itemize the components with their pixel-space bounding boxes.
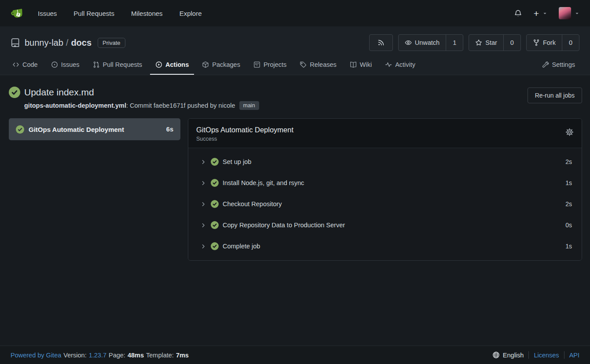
step-row[interactable]: Complete job 1s	[188, 236, 582, 257]
tab-packages[interactable]: Packages	[197, 55, 246, 75]
step-row[interactable]: Checkout Repository 2s	[188, 193, 582, 215]
run-header: Update index.md gitops-automatic-deploym…	[9, 87, 582, 110]
footer-separator	[564, 351, 564, 359]
step-row[interactable]: Install Node.js, git, and rsync 1s	[188, 172, 582, 193]
chevron-right-icon[interactable]	[201, 159, 206, 165]
gear-icon[interactable]	[565, 128, 574, 136]
run-title: Update index.md	[24, 87, 94, 98]
breadcrumb-separator: /	[66, 38, 69, 47]
tab-code[interactable]: Code	[7, 55, 43, 75]
repo-tabs: Code Issues Pull Requests	[0, 55, 590, 75]
tab-projects[interactable]: Projects	[248, 55, 292, 75]
tab-settings[interactable]: Settings	[537, 55, 580, 75]
git-pull-request-icon	[93, 61, 100, 68]
gitea-logo-icon[interactable]	[11, 6, 26, 20]
job-panel-header: GitOps Automatic Deployment Success	[188, 119, 582, 148]
chevron-right-icon[interactable]	[201, 222, 206, 228]
tab-actions[interactable]: Actions	[150, 55, 194, 75]
tag-icon	[300, 61, 307, 68]
gitea-app: Issues Pull Requests Milestones Explore …	[0, 0, 590, 364]
package-icon	[202, 61, 209, 68]
create-new-button[interactable]: +	[534, 9, 547, 18]
success-check-icon	[211, 158, 219, 166]
watch-button-group: Unwatch 1	[398, 34, 464, 51]
tabs-spacer	[423, 55, 537, 75]
unwatch-button[interactable]: Unwatch	[399, 35, 446, 51]
git-fork-icon	[533, 39, 540, 46]
chevron-down-icon	[542, 11, 547, 16]
workflow-file-link[interactable]: gitops-automatic-deployment.yml	[24, 102, 126, 109]
book-icon	[350, 61, 357, 68]
tab-releases[interactable]: Releases	[294, 55, 341, 75]
plus-icon: +	[534, 9, 539, 18]
rss-button[interactable]	[369, 34, 393, 51]
tab-label: Releases	[310, 61, 336, 68]
rerun-all-jobs-button[interactable]: Re-run all jobs	[528, 87, 582, 103]
step-name: Set up job	[223, 158, 251, 165]
pulse-icon	[385, 61, 392, 68]
api-link[interactable]: API	[569, 352, 579, 359]
tab-issues[interactable]: Issues	[46, 55, 85, 75]
notifications-bell-icon[interactable]	[514, 9, 522, 18]
nav-issues-link[interactable]: Issues	[38, 10, 65, 17]
job-name: GitOps Automatic Deployment	[29, 126, 162, 133]
step-name: Complete job	[223, 243, 260, 250]
powered-by-gitea-link[interactable]: Powered by Gitea	[11, 352, 61, 359]
tab-label: Projects	[264, 61, 286, 68]
watchers-count[interactable]: 1	[446, 35, 463, 51]
repo-owner-link[interactable]: bunny-lab	[25, 38, 63, 47]
star-icon	[475, 39, 482, 46]
nav-explore-link[interactable]: Explore	[171, 10, 210, 17]
job-list-item[interactable]: GitOps Automatic Deployment 6s	[9, 118, 180, 140]
step-row[interactable]: Copy Repository Data to Production Serve…	[188, 215, 582, 236]
repo-action-buttons: Unwatch 1 Star 0	[369, 34, 579, 51]
tab-wiki[interactable]: Wiki	[344, 55, 377, 75]
forks-count[interactable]: 0	[562, 35, 579, 51]
footer-separator	[528, 351, 529, 359]
success-check-icon	[211, 221, 219, 229]
template-time-label: Template:	[146, 352, 174, 359]
step-name: Install Node.js, git, and rsync	[223, 179, 304, 186]
code-icon	[12, 61, 19, 68]
navbar-right: +	[514, 7, 579, 19]
step-duration: 1s	[565, 243, 572, 250]
page-time-label: Page:	[109, 352, 125, 359]
tab-label: Activity	[395, 61, 415, 68]
top-navbar: Issues Pull Requests Milestones Explore …	[0, 0, 590, 26]
eye-icon	[405, 39, 412, 46]
chevron-right-icon[interactable]	[201, 180, 206, 186]
user-menu[interactable]	[559, 7, 579, 19]
tab-label: Packages	[212, 61, 240, 68]
step-row[interactable]: Set up job 2s	[188, 151, 582, 172]
job-detail-panel: GitOps Automatic Deployment Success	[188, 118, 582, 261]
run-title-row: Update index.md	[9, 87, 259, 98]
star-button[interactable]: Star	[469, 35, 503, 51]
tab-label: Issues	[61, 61, 80, 68]
tab-label: Settings	[552, 61, 575, 68]
tab-label: Code	[22, 61, 38, 68]
language-selector[interactable]: English	[503, 352, 524, 359]
fork-button[interactable]: Fork	[527, 35, 562, 51]
tab-activity[interactable]: Activity	[380, 55, 421, 75]
version-label: Version:	[63, 352, 86, 359]
job-panel-heading: GitOps Automatic Deployment Success	[196, 124, 293, 142]
success-check-icon	[211, 242, 219, 250]
chevron-right-icon[interactable]	[201, 201, 206, 207]
branch-badge[interactable]: main	[239, 101, 259, 110]
chevron-right-icon[interactable]	[201, 244, 206, 249]
success-check-icon	[9, 87, 20, 98]
version-link[interactable]: 1.23.7	[89, 352, 106, 359]
job-panel-title: GitOps Automatic Deployment	[196, 124, 293, 135]
footer: Powered by Gitea Version: 1.23.7 Page: 4…	[0, 346, 590, 364]
fork-button-group: Fork 0	[526, 34, 579, 51]
licenses-link[interactable]: Licenses	[534, 352, 559, 359]
nav-pull-requests-link[interactable]: Pull Requests	[65, 10, 123, 17]
repo-name-link[interactable]: docs	[71, 38, 92, 47]
step-duration: 2s	[565, 200, 572, 207]
avatar[interactable]	[559, 7, 571, 19]
stars-count[interactable]: 0	[503, 35, 520, 51]
fork-label: Fork	[543, 39, 556, 46]
jobs-sidebar: GitOps Automatic Deployment 6s	[9, 118, 180, 140]
tab-pull-requests[interactable]: Pull Requests	[88, 55, 147, 75]
nav-milestones-link[interactable]: Milestones	[123, 10, 171, 17]
